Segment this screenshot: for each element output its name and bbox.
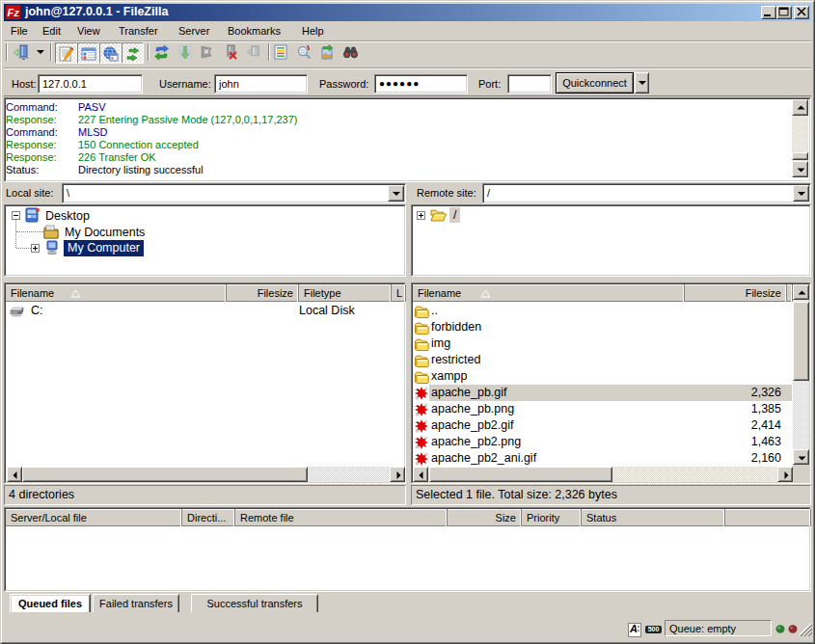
svg-text:Fz: Fz [8, 7, 20, 18]
